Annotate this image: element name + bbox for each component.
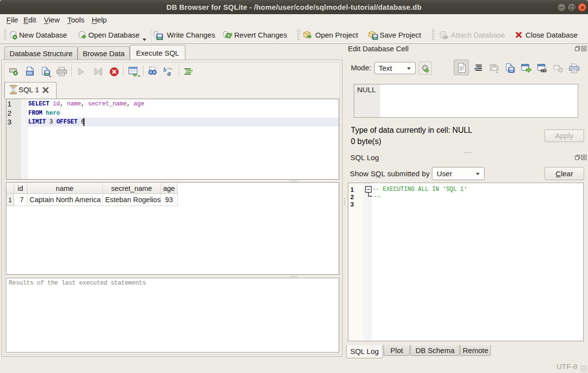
svg-text:a: a [167, 70, 171, 77]
svg-text:b: b [163, 67, 166, 73]
